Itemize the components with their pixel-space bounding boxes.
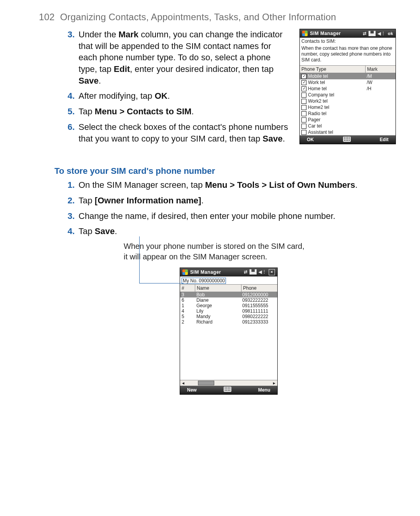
contact-row[interactable]: 2Richard0912333333 [180,319,277,325]
close-icon[interactable]: × [269,269,275,275]
checkbox[interactable] [301,130,306,135]
screenshot-sim-manager-contacts: SIM Manager ⇄ ▙▟ ◀⋮ × My No. 0900000000 … [180,268,278,395]
phone-type-row[interactable]: Work2 tel [300,98,396,104]
contact-row[interactable]: 5Mandy0980222222 [180,314,277,319]
scroll-left-icon[interactable]: ◂ [180,380,186,386]
device-titlebar: SIM Manager ⇄ ▙▟ ◀⋮ ok [300,29,396,38]
phone-type-name: Work tel [308,80,325,85]
phone-type-mark: /H [365,86,396,92]
contacts-list: 3Bob09120000006Diane09322222221George091… [180,292,277,380]
phone-type-name: Home2 tel [308,105,329,110]
step-number: 1. [66,179,75,191]
contact-name: Mandy [195,314,241,319]
phone-type-list: ✓Mobile tel/M✓Work tel/W✓Home tel/HCompa… [300,73,396,135]
page-number: 102 [39,12,55,22]
list-item: 4.Tap Save. [66,226,397,237]
scroll-right-icon[interactable]: ▸ [271,380,277,386]
step-text: Tap [Owner Information name]. [79,195,204,206]
contacts-to-sim-label: Contacts to SIM: [300,38,396,44]
contact-name: Bob [195,292,241,297]
checkbox[interactable]: ✓ [301,86,306,91]
checkbox[interactable] [301,124,306,129]
step-number: 2. [66,195,75,206]
section-2-heading: To store your SIM card's phone number [54,166,397,176]
contact-row[interactable]: 3Bob0912000000 [180,292,277,297]
phone-type-mark [365,92,396,98]
phone-type-row[interactable]: Assistant tel [300,129,396,135]
signal-icon: ▙▟ [250,269,256,275]
sync-icon: ⇄ [244,269,248,275]
col-header-phone-type: Phone Type [300,66,366,73]
step-text: Select the check boxes of the contact's … [79,121,290,144]
my-number-line: My No. 0900000000 [180,276,277,284]
softkey-edit[interactable]: Edit [380,137,388,142]
phone-type-name: Company tel [308,92,334,98]
horizontal-scrollbar[interactable]: ◂ ▸ [180,380,277,386]
softkey-new[interactable]: New [187,387,197,393]
phone-type-row[interactable]: ✓Work tel/W [300,79,396,86]
contact-index: 4 [180,308,195,314]
list-item: 3.Change the name, if desired, then ente… [66,210,397,222]
contact-row[interactable]: 6Diane0932222222 [180,297,277,303]
phone-type-mark [365,117,396,123]
keyboard-icon[interactable] [343,136,351,142]
checkbox[interactable] [301,117,306,122]
col-header-mark: Mark [366,66,396,73]
col-header-index: # [180,285,195,292]
checkbox[interactable] [301,111,306,116]
phone-type-name: Work2 tel [308,98,327,104]
checkbox[interactable]: ✓ [301,74,306,79]
step-number: 4. [66,226,75,237]
step-number: 3. [66,29,75,86]
checkbox[interactable] [301,105,306,110]
checkbox[interactable] [301,93,306,98]
windows-flag-icon [302,31,308,36]
phone-type-header: Phone Type Mark [300,65,396,73]
sync-icon: ⇄ [363,31,367,36]
step-text: Change the name, if desired, then enter … [79,210,335,222]
contact-name: Lily [195,308,241,314]
list-item: 5.Tap Menu > Contacts to SIM. [66,106,290,117]
contact-index: 6 [180,297,195,303]
phone-type-row[interactable]: ✓Mobile tel/M [300,73,396,79]
phone-type-mark: /M [365,73,396,79]
softkey-menu[interactable]: Menu [258,387,270,393]
phone-type-row[interactable]: Radio tel [300,110,396,117]
softkey-ok[interactable]: OK [307,137,314,142]
signal-icon: ▙▟ [369,31,375,36]
phone-type-row[interactable]: Company tel [300,92,396,98]
contact-phone: 0912333333 [241,319,277,325]
app-title: SIM Manager [190,269,221,275]
help-text: When the contact has more than one phone… [300,44,396,65]
screenshot-sim-manager-types: SIM Manager ⇄ ▙▟ ◀⋮ ok Contacts to SIM: … [299,29,396,144]
windows-flag-icon [182,269,188,275]
phone-type-mark [365,123,396,129]
contact-phone: 0912000000 [241,292,277,297]
checkbox[interactable]: ✓ [301,80,306,85]
my-number-field[interactable]: My No. 0900000000 [182,278,226,284]
contact-name: George [195,303,241,308]
instruction-list-2: 1.On the SIM Manager screen, tap Menu > … [66,179,397,237]
ok-button[interactable]: ok [388,31,393,36]
contact-row[interactable]: 1George0911555555 [180,303,277,308]
step-number: 6. [66,121,75,144]
phone-type-row[interactable]: Pager [300,117,396,123]
phone-type-row[interactable]: Car tel [300,123,396,129]
step-text: On the SIM Manager screen, tap Menu > To… [79,179,357,191]
step-number: 4. [66,90,75,102]
phone-type-name: Assistant tel [308,129,333,135]
sound-icon: ◀⋮ [378,31,385,36]
contacts-header: # Name Phone [180,284,277,292]
col-header-phone: Phone [242,285,277,292]
phone-type-name: Home tel [308,86,327,91]
col-header-name: Name [195,285,242,292]
phone-type-row[interactable]: Home2 tel [300,104,396,110]
scroll-thumb[interactable] [198,381,214,385]
list-item: 6.Select the check boxes of the contact'… [66,121,290,144]
checkbox[interactable] [301,99,306,104]
page-header: 102 Organizing Contacts, Appointments, T… [39,12,397,23]
contact-row[interactable]: 4Lily0981111111 [180,308,277,314]
step-text: After modifying, tap OK. [79,90,170,102]
keyboard-icon[interactable] [224,387,231,392]
phone-type-row[interactable]: ✓Home tel/H [300,86,396,92]
